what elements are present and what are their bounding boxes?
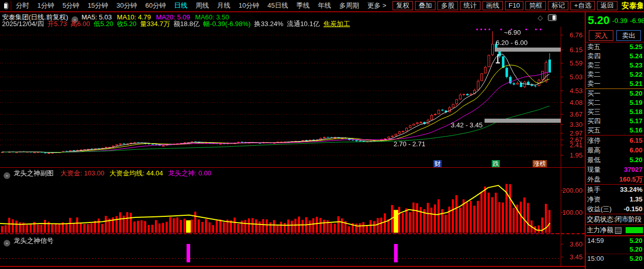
toolbar-button-画线[interactable]: 画线 [482,1,503,10]
book-row-买五[interactable]: 买五5.16 [586,126,644,135]
stat-row-最高: 最高6.00 [586,145,644,155]
signal-chart[interactable] [0,235,561,266]
tab-分时[interactable]: 分时 [12,2,33,9]
price-ribbon [495,48,561,52]
tag-涨榜[interactable]: 涨榜 [533,160,547,167]
tick-row: 15:005.20 [586,254,644,263]
tab-45日线[interactable]: 45日线 [263,2,292,9]
tag-财[interactable]: 财 [433,160,442,167]
axis-tick-label: 5.03 [562,73,583,81]
buy-button[interactable]: 买入 [589,30,613,41]
axis-tick-label: 3.45 [562,253,583,261]
tab-周线[interactable]: 周线 [192,2,213,9]
indicator-token: 大资金均线: 44.04 [109,169,163,177]
toolbar-button-返回[interactable]: 返回 [597,1,617,10]
info-token: 流通10.1亿 [287,20,319,28]
book-row-买二[interactable]: 买二5.19 [586,98,644,107]
tab-10分钟[interactable]: 10分钟 [235,2,263,9]
chevron-down-icon[interactable]: ⌄ [4,172,10,179]
toolbar-button-叠加[interactable]: 叠加 [415,1,435,10]
stat-row-收益(三): 收益(三)-0.150 [586,204,644,214]
axis-tick-label: 2.41 [562,141,583,149]
axis-tick-label: 4.08 [562,99,583,106]
book-row-卖四[interactable]: 卖四5.24 [586,52,644,61]
tab-多周期[interactable]: 多周期 [335,2,363,9]
quote-info-line: 2025/12/04/四开5.73高6.00低5.20收5.20量334.7万额… [2,19,354,29]
axis-tick [561,244,563,244]
tab-5分钟[interactable]: 5分钟 [58,2,83,9]
book-row-买一[interactable]: 买一5.20 [586,89,644,98]
axis-tick [561,102,563,103]
gap-annotation: ~6.90 [504,29,521,36]
toolbar-button-F10[interactable]: F10 [505,1,523,10]
indicator-chart[interactable] [0,177,561,234]
axis-tick [561,190,563,191]
axis-tick-label: 5.59 [562,59,583,67]
flow-gauge [626,227,643,233]
main-flow-row: 主力净额 [586,225,644,235]
book-row-买三[interactable]: 买三5.18 [586,107,644,117]
axis-tick [561,124,563,125]
gap-annotation: 6.20 - 6.00 [496,39,527,47]
tab-60分钟[interactable]: 60分钟 [141,2,170,9]
axis-tick [561,145,563,145]
book-row-卖一[interactable]: 卖一5.21 [586,79,644,88]
sub-chart-title: 龙头之神副图 [14,169,54,177]
info-token: 换33.24% [254,20,283,28]
gap-annotation: 2.70 - 2.71 [394,140,425,148]
axis-tick-label: 3.60 [562,240,583,248]
tick-row: 5.20 [586,245,644,254]
stat-row-涨停: 涨停6.15 [586,136,644,145]
info-token[interactable]: 焦炭加工 [324,20,350,28]
order-book: 卖五5.25卖四5.24卖三5.23卖二5.22卖一5.21买一5.20买二5.… [586,42,644,135]
diamond-icon[interactable]: ◇ [538,14,543,21]
chevron-down-icon[interactable]: ⌄ [4,240,10,246]
info-token: 幅-0.39(-6.98%) [203,20,250,28]
axis-tick-label: 4.53 [562,87,583,95]
gap-annotation: 3.42 - 3.45 [451,121,482,129]
list-icon[interactable] [615,227,622,234]
axis-tick-label: 1.95 [562,151,583,159]
layout-icon[interactable] [4,3,8,9]
axis-tick [561,91,563,91]
book-row-买四[interactable]: 买四5.17 [586,117,644,126]
toolbar-button-统计[interactable]: 统计 [460,1,480,10]
toolbar-button-简框[interactable]: 简框 [525,1,546,10]
toolbar-button-标记[interactable]: 标记 [548,1,568,10]
info-token: 开5.73 [48,20,67,28]
app-window: 分时1分钟5分钟15分钟30分钟60分钟日线周线月线10分钟45日线季线年线多周… [0,0,644,269]
tab-1分钟[interactable]: 1分钟 [33,2,58,9]
axis-tick [561,35,563,35]
toolbar-button-多股[interactable]: 多股 [438,1,458,10]
main-price-chart[interactable] [0,27,561,164]
tab-年线[interactable]: 年线 [314,2,335,9]
tab-日线[interactable]: 日线 [170,2,192,9]
sell-button[interactable]: 卖出 [616,30,641,41]
main-flow-label: 主力净额 [587,226,613,235]
axis-tick [561,77,563,77]
tab-15分钟[interactable]: 15分钟 [83,2,112,9]
stock-name: 安泰集团 [622,1,643,10]
toolbar: 分时1分钟5分钟15分钟30分钟60分钟日线周线月线10分钟45日线季线年线多周… [0,0,644,12]
quote-sidebar: 5.20 -0.39 -6.98% 买入 卖出 卖五5.25卖四5.24卖三5.… [585,12,644,269]
axis-tick-label: 6.76 [562,31,583,39]
info-token: 低5.20 [94,20,113,28]
price-change-pct: -6.98% [630,17,644,25]
tab-季线[interactable]: 季线 [292,2,314,9]
tab-30分钟[interactable]: 30分钟 [112,2,141,9]
axis-tick [561,133,563,133]
price-ribbon [485,119,561,123]
tab-月线[interactable]: 月线 [213,2,235,9]
stat-row-净资: 净资1.35 [586,194,644,204]
axis-tick [561,50,563,50]
toolbar-button-+自选[interactable]: +自选 [570,1,595,10]
book-row-卖三[interactable]: 卖三5.23 [586,61,644,70]
panel-layout-icon[interactable] [548,14,557,21]
toolbar-button-复权[interactable]: 复权 [393,1,413,10]
tick-row: 14:595.20 [586,236,644,245]
book-row-卖五[interactable]: 卖五5.25 [586,42,644,52]
tag-跌[interactable]: 跌 [492,160,500,167]
axis-tick [561,63,563,63]
tab-更多 >[interactable]: 更多 > [363,2,390,9]
book-row-卖二[interactable]: 卖二5.22 [586,70,644,79]
